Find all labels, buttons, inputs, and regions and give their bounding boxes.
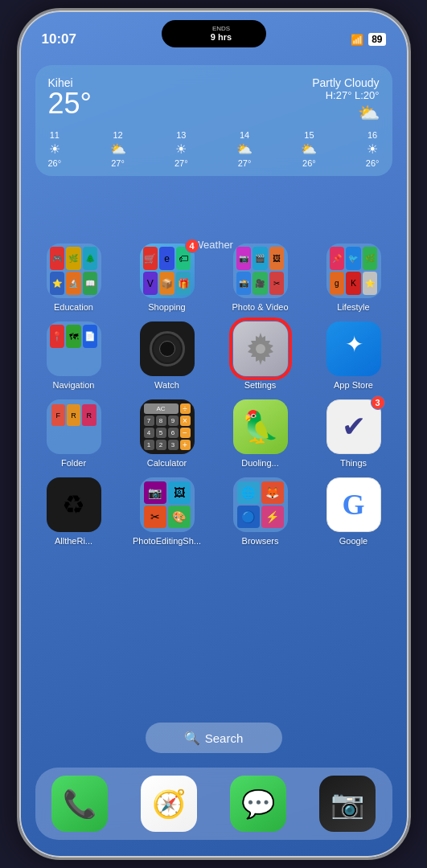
app-browsers[interactable]: 🌐 🦊 🔵 ⚡ Browsers [222,477,299,546]
duolingo-label: Duoling... [241,458,278,468]
calculator-icon: AC ÷ 7 8 9 × 4 5 6 − 1 2 3 + [140,399,195,454]
shopping-label: Shopping [148,302,186,312]
duolingo-icon: 🦜 [233,399,288,454]
photoediting-label: PhotoEditingSh... [133,536,201,546]
dock-camera[interactable]: 📷 [319,776,376,832]
wifi-icon: 📶 [351,34,363,46]
app-things[interactable]: 3 ✔ Things [315,399,392,468]
things-icon: 3 ✔ [326,399,381,454]
weather-highlow: H:27° L:20° [312,89,379,101]
lifestyle-label: Lifestyle [337,302,369,312]
photo-video-label: Photo & Video [232,302,288,312]
lifestyle-icon: 📌 🐦 🌿 g K ⭐ [326,244,381,298]
app-navigation[interactable]: 📍 🗺 📄 Navigation [35,321,113,390]
app-photo-video[interactable]: 📷 🎬 🖼 📸 🎥 ✂ Photo & Video [222,244,299,312]
forecast-day-6: 16☀26° [366,130,380,168]
education-icon: 🎮 🌿 🌲 ⭐ 🔬 📖 [47,244,101,298]
weather-condition: Partly Cloudy [312,76,379,89]
folder-label: Folder [61,458,86,468]
app-alltheright[interactable]: ♻ AlltheRi... [35,477,113,546]
appstore-icon: ✦ [326,321,381,376]
watch-icon [140,321,195,376]
google-label: Google [339,536,367,546]
app-row-1: 🎮 🌿 🌲 ⭐ 🔬 📖 Education 4 🛒 e [35,244,392,312]
settings-label: Settings [244,380,277,390]
status-right: 📶 89 [351,33,385,46]
dynamic-island: ☂ ENDS 9 hrs [162,20,266,47]
appstore-label: App Store [334,380,373,390]
search-label: Search [205,731,244,745]
app-photoediting[interactable]: 📷 🖼 ✂ 🎨 PhotoEditingSh... [129,477,206,546]
search-icon: 🔍 [184,731,200,746]
alltheright-label: AlltheRi... [55,536,92,546]
app-google[interactable]: G Google [315,477,392,546]
app-folder[interactable]: F R R Folder [35,399,113,468]
dock-safari[interactable]: 🧭 [141,776,197,832]
camera-icon: 📷 [331,788,364,820]
education-label: Education [54,302,93,312]
phone-frame: ☂ ENDS 9 hrs 10:07 📶 89 Kihei 25° Partly… [17,8,411,860]
shopping-badge: 4 [185,239,199,253]
navigation-label: Navigation [53,380,95,390]
app-appstore[interactable]: ✦ App Store [315,321,392,390]
shopping-icon: 4 🛒 e 🏷 V 📦 🎁 [140,244,195,298]
safari-icon: 🧭 [152,788,186,820]
navigation-icon: 📍 🗺 📄 [47,321,101,376]
folder-icon: F R R [47,399,101,454]
status-time: 10:07 [42,31,76,47]
watch-label: Watch [154,380,179,390]
search-bar[interactable]: 🔍 Search [146,723,282,753]
photo-video-icon: 📷 🎬 🖼 📸 🎥 ✂ [233,244,288,298]
app-watch[interactable]: Watch [129,321,206,390]
umbrella-icon: ☂ [195,27,206,40]
settings-icon [233,321,288,376]
app-shopping[interactable]: 4 🛒 e 🏷 V 📦 🎁 Shopping [129,244,206,312]
messages-icon: 💬 [241,788,275,820]
weather-widget[interactable]: Kihei 25° Partly Cloudy H:27° L:20° ⛅ 11… [35,65,392,176]
dock: 📞 🧭 💬 📷 [35,768,392,840]
things-badge: 3 [371,395,385,410]
browsers-icon: 🌐 🦊 🔵 ⚡ [233,477,288,532]
forecast-day-4: 14⛅27° [236,130,253,168]
weather-forecast: 11☀26° 12⛅27° 13☀27° 14⛅27° 15⛅26° 16☀26… [48,130,380,168]
weather-temp: 25° [48,89,92,118]
dock-messages[interactable]: 💬 [230,776,286,832]
weather-icon: ⛅ [312,103,379,124]
app-row-2: 📍 🗺 📄 Navigation Watch [35,321,392,390]
settings-ring [229,317,292,380]
appstore-svg: ✦ [338,333,370,365]
phone-icon: 📞 [63,788,96,820]
forecast-day-2: 12⛅27° [110,130,126,168]
ends-text: ENDS 9 hrs [211,25,232,43]
app-duolingo[interactable]: 🦜 Duoling... [222,399,299,468]
google-icon: G [326,477,381,532]
dock-phone[interactable]: 📞 [51,776,108,832]
app-row-3: F R R Folder AC ÷ 7 8 9 × 4 [35,399,392,468]
photoediting-icon: 📷 🖼 ✂ 🎨 [140,477,195,532]
app-lifestyle[interactable]: 📌 🐦 🌿 g K ⭐ Lifestyle [315,244,392,312]
app-row-4: ♻ AlltheRi... 📷 🖼 ✂ 🎨 PhotoEditingSh... [35,477,392,546]
battery-icon: 89 [368,33,385,46]
browsers-label: Browsers [242,536,279,546]
app-education[interactable]: 🎮 🌿 🌲 ⭐ 🔬 📖 Education [35,244,113,312]
app-grid: 🎮 🌿 🌲 ⭐ 🔬 📖 Education 4 🛒 e [35,244,392,555]
app-calculator[interactable]: AC ÷ 7 8 9 × 4 5 6 − 1 2 3 + [129,399,206,468]
forecast-day-5: 15⛅26° [301,130,317,168]
app-settings[interactable]: Settings [222,321,299,390]
svg-text:✦: ✦ [344,333,363,357]
alltheright-icon: ♻ [47,477,101,532]
forecast-day-1: 11☀26° [48,130,62,168]
forecast-day-3: 13☀27° [174,130,188,168]
calculator-label: Calculator [147,458,187,468]
things-label: Things [340,458,367,468]
